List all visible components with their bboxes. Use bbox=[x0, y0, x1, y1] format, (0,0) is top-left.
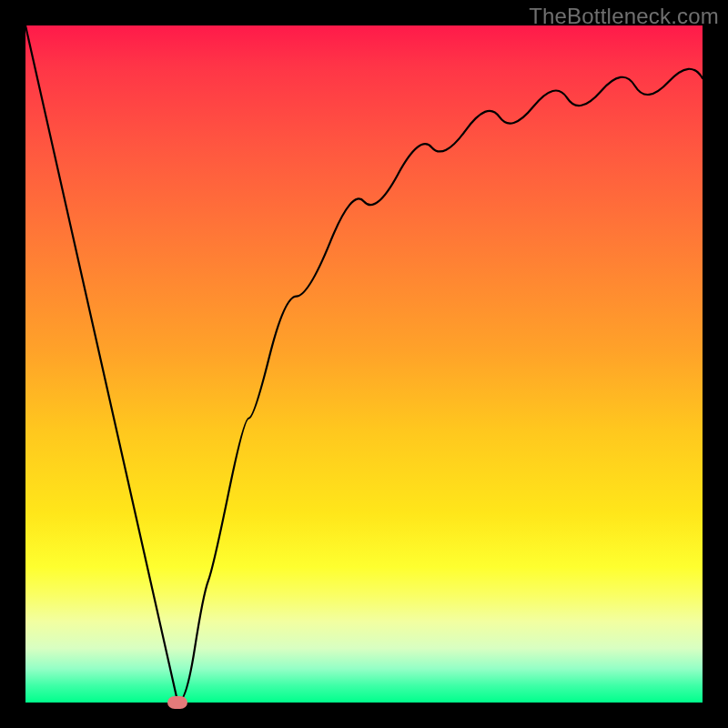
optimum-marker bbox=[167, 696, 187, 709]
plot-area bbox=[25, 25, 703, 703]
chart-frame: TheBottleneck.com bbox=[0, 0, 728, 728]
bottleneck-curve bbox=[25, 25, 703, 703]
watermark-text: TheBottleneck.com bbox=[529, 4, 719, 29]
